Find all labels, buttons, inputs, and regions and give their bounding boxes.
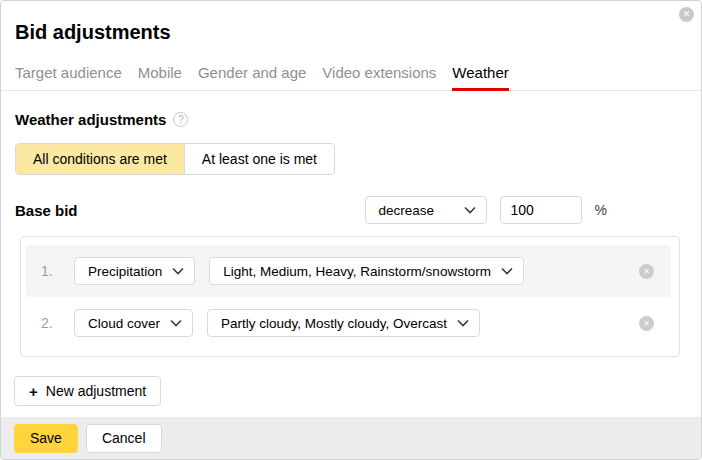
close-icon: ✕ [683,9,691,19]
circle-x-icon: ✕ [643,319,650,328]
chevron-down-icon [172,267,184,275]
plus-icon: + [29,384,38,399]
new-adjustment-button[interactable]: + New adjustment [14,376,161,406]
chevron-down-icon [464,206,476,214]
tab-video-extensions[interactable]: Video extensions [322,64,436,90]
toggle-at-least-one[interactable]: At least one is met [184,144,334,174]
cancel-button[interactable]: Cancel [86,424,162,453]
help-icon[interactable]: ? [173,112,188,127]
tab-content: Weather adjustments ? All conditions are… [1,111,701,406]
chevron-down-icon [170,319,182,327]
condition-row-2: 2. Cloud cover Partly cloudy, Mostly clo… [26,297,671,349]
condition-parameter-select[interactable]: Cloud cover [74,309,193,337]
tab-target-audience[interactable]: Target audience [15,64,122,90]
new-adjustment-label: New adjustment [46,383,146,399]
tab-gender-and-age[interactable]: Gender and age [198,64,306,90]
condition-index: 2. [41,315,61,331]
remove-condition-button[interactable]: ✕ [639,316,654,331]
weather-adjustments-header: Weather adjustments ? [15,111,687,128]
chevron-down-icon [457,319,469,327]
percent-sign: % [595,202,607,218]
section-label: Weather adjustments [15,111,166,128]
condition-index: 1. [41,263,61,279]
condition-row-1: 1. Precipitation Light, Medium, Heavy, R… [26,245,671,297]
remove-condition-button[interactable]: ✕ [639,264,654,279]
condition-parameter-value: Cloud cover [88,316,160,331]
dialog-header: Bid adjustments [1,1,701,44]
toggle-all-conditions[interactable]: All conditions are met [16,144,184,174]
condition-values-value: Partly cloudy, Mostly cloudy, Overcast [221,316,447,331]
percent-input[interactable] [500,196,582,224]
circle-x-icon: ✕ [643,267,650,276]
bid-direction-value: decrease [379,203,435,218]
condition-parameter-value: Precipitation [88,264,162,279]
condition-mode-toggle: All conditions are met At least one is m… [15,143,335,175]
base-bid-row: Base bid decrease % [15,196,687,224]
tab-mobile[interactable]: Mobile [138,64,182,90]
conditions-container: 1. Precipitation Light, Medium, Heavy, R… [20,236,680,357]
bid-adjustments-dialog: ✕ Bid adjustments Target audience Mobile… [0,0,702,460]
base-bid-controls: decrease % [365,196,607,224]
condition-values-value: Light, Medium, Heavy, Rainstorm/snowstor… [223,264,491,279]
bid-direction-select[interactable]: decrease [365,196,487,224]
save-button[interactable]: Save [14,424,78,453]
condition-values-select[interactable]: Partly cloudy, Mostly cloudy, Overcast [207,309,480,337]
dialog-footer: Save Cancel [1,417,701,459]
condition-parameter-select[interactable]: Precipitation [74,257,195,285]
close-button[interactable]: ✕ [679,7,694,22]
condition-values-select[interactable]: Light, Medium, Heavy, Rainstorm/snowstor… [209,257,524,285]
chevron-down-icon [501,267,513,275]
page-title: Bid adjustments [15,20,687,44]
tab-weather[interactable]: Weather [452,64,508,90]
tab-bar: Target audience Mobile Gender and age Vi… [1,64,701,91]
base-bid-label: Base bid [15,202,78,219]
